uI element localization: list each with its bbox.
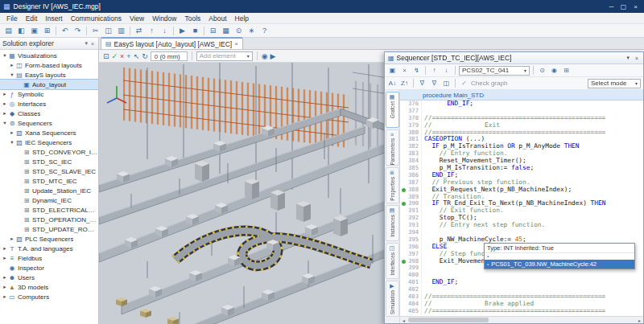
expand-arrow[interactable]: ▾ [2,120,8,126]
menu-file[interactable]: File [2,14,22,23]
cancel-icon[interactable]: × [120,52,124,60]
search-icon[interactable]: ⊙ [537,65,547,76]
visibility-icon[interactable]: ◉ [262,52,268,60]
menu-view[interactable]: View [126,14,148,23]
settings-icon[interactable]: ∗ [246,25,258,36]
save-all-icon[interactable]: ⊞ [41,25,53,36]
tree-item-3d-models[interactable]: ▸▲3D models [0,282,98,292]
horizontal-scrollbar[interactable]: ◂ ▸ [400,316,643,323]
step-selector[interactable]: PCS02_TC_041▾ [459,66,530,76]
expand-arrow[interactable]: ▸ [2,100,8,107]
ruler-value[interactable]: 0 (0 mm) [151,51,188,61]
close-button[interactable]: × [630,3,641,10]
open-file-icon[interactable]: ◧ [15,25,27,36]
add-element-button[interactable]: Add element▾ [196,51,253,61]
confirm-icon[interactable]: ✓ [112,52,118,60]
expand-arrow[interactable]: ▸ [9,236,15,242]
menu-insert[interactable]: Insert [41,14,66,23]
bolt-icon[interactable]: ↯ [411,65,422,76]
tree-item-std-electrical-cabi[interactable]: ⊞STD_ELECTRICAL_CABI... [0,205,98,215]
tree-item-sequencers[interactable]: ▾⊚Sequencers [0,118,98,128]
filter-icon[interactable]: ∇ [417,78,427,88]
redo-icon[interactable]: ↷ [72,25,84,36]
undo-icon[interactable]: ↶ [59,25,71,36]
tree-item-std-update-routes-iec[interactable]: ⊞STD_UPDATE_ROUTES_IEC [0,224,98,234]
select-icon[interactable]: ↖ [134,52,140,60]
run-icon[interactable]: ▶ [176,25,188,36]
paste-icon[interactable]: ▥ [115,25,127,36]
tree-item-std-sc-slave-iec[interactable]: ⊞STD_SC_SLAVE_IEC [0,166,98,176]
tab-simulation[interactable]: ▶Simulation [386,281,399,317]
tree-item-symbolic[interactable]: ▸ƒSymbolic [0,89,98,99]
filter-clear-icon[interactable]: ∇ [429,78,440,88]
tab-grafcet[interactable]: ▦Grafcet [386,92,399,128]
code-editor[interactable]: 376 END_IF;377378//=====================… [400,100,643,316]
expand-arrow[interactable]: ▸ [2,110,8,117]
grid-view-icon[interactable]: ⊟ [207,25,219,36]
expand-arrow[interactable]: ▸ [2,91,8,97]
scrollbar-thumb[interactable] [408,318,489,322]
download-icon[interactable]: ↓ [159,25,171,36]
scrollbar-track[interactable] [407,317,636,323]
sort-asc-icon[interactable]: A↓ [387,78,398,88]
sequencer-close-icon[interactable]: × [634,55,640,61]
select-mode[interactable]: Select mode▾ [588,79,641,88]
menu-help[interactable]: Help [231,14,253,23]
tree-item-update-station-iec[interactable]: ⊞Update_Station_IEC [0,186,98,195]
connect-icon[interactable]: ⇄ [133,25,145,36]
tab-easys-layout[interactable]: ▤ EasyS layout [Auto_layout] [AWS_IEC] × [101,37,243,49]
new-file-icon[interactable]: ▤ [2,25,14,36]
tree-item-xana-sequencers[interactable]: ▸▧Xana Sequencers [0,128,98,137]
tab-close-icon[interactable]: × [234,40,238,47]
expand-arrow[interactable]: ▾ [2,52,8,59]
panel-menu-icon[interactable]: ▾ [83,40,89,47]
menu-communications[interactable]: Communications [67,14,126,23]
watch-icon[interactable]: ◉ [549,65,559,76]
delete-icon[interactable]: × [399,65,410,76]
save-icon[interactable]: ▣ [28,25,40,36]
tree-item-fieldbus[interactable]: ▸≡Fieldbus [0,253,98,263]
tab-interfaces[interactable]: ◫Interfaces [386,243,399,279]
tab-properties[interactable]: ≣Properties [386,167,399,203]
columns-icon[interactable]: ◫ [441,78,452,88]
tooltip-variable-row-selected[interactable]: ▪PCS01_TC_039.NW_MachineCycle:42 [485,260,634,269]
menu-window[interactable]: Window [148,14,180,23]
tab-parameters[interactable]: ≡Parameters [386,129,399,166]
menu-edit[interactable]: Edit [22,14,42,23]
tree-item-std-conveyor-iec[interactable]: ⊞STD_CONVEYOR_IEC [0,147,98,157]
nav-down-icon[interactable]: ↓ [441,65,452,76]
tree-item-interfaces[interactable]: ▸◎Interfaces [0,99,98,109]
copy-icon[interactable]: ◫ [102,25,114,36]
panel-close-icon[interactable]: × [89,41,96,47]
menu-about[interactable]: About [204,14,230,23]
tree-item-auto-layout[interactable]: ▣Auto_layout [0,80,98,89]
sort-desc-icon[interactable]: Z↑ [399,78,410,88]
tab-instances[interactable]: ▤Instances [386,205,399,241]
expand-arrow[interactable]: ▸ [2,293,8,300]
add-icon[interactable]: + [126,52,130,60]
expand-arrow[interactable]: ▾ [9,72,15,78]
minimize-button[interactable]: ─ [606,3,617,10]
expand-arrow[interactable]: ▸ [2,255,8,261]
tree-item-computers[interactable]: ▸▭Computers [0,292,98,301]
tree-item-inspector[interactable]: ◉Inspector [0,263,98,273]
tree-item-dynamic-iec[interactable]: ⊞Dynamic_IEC [0,195,98,205]
tree-item-plc-sequencers[interactable]: ▸▧PLC Sequencers [0,234,98,244]
stop-icon[interactable]: ■ [189,25,201,36]
expand-arrow[interactable]: ▸ [9,62,15,68]
tree-item-easys-layouts[interactable]: ▾▤EasyS layouts [0,70,98,80]
tree-item-iec-sequencers[interactable]: ▾▧IEC Sequencers [0,137,98,147]
expand-arrow[interactable]: ▸ [2,284,8,290]
upload-icon[interactable]: ↑ [146,25,158,36]
tree-item-users[interactable]: ▸☻Users [0,273,98,282]
tooltip-variable-row[interactable]: ▪ [485,253,634,260]
cut-icon[interactable]: ✂ [89,25,101,36]
tree-item-t-a-and-languages[interactable]: ▸TT.A. and languages [0,244,98,253]
help-icon[interactable]: ? [258,25,270,36]
menu-tools[interactable]: Tools [180,14,204,23]
play-icon[interactable]: ▶ [270,52,276,60]
grid-icon[interactable]: ⊞ [561,65,572,76]
monitor-view-icon[interactable]: ▦ [220,25,232,36]
nav-up-icon[interactable]: ↑ [429,65,440,76]
rotate-icon[interactable]: ↻ [142,52,148,60]
